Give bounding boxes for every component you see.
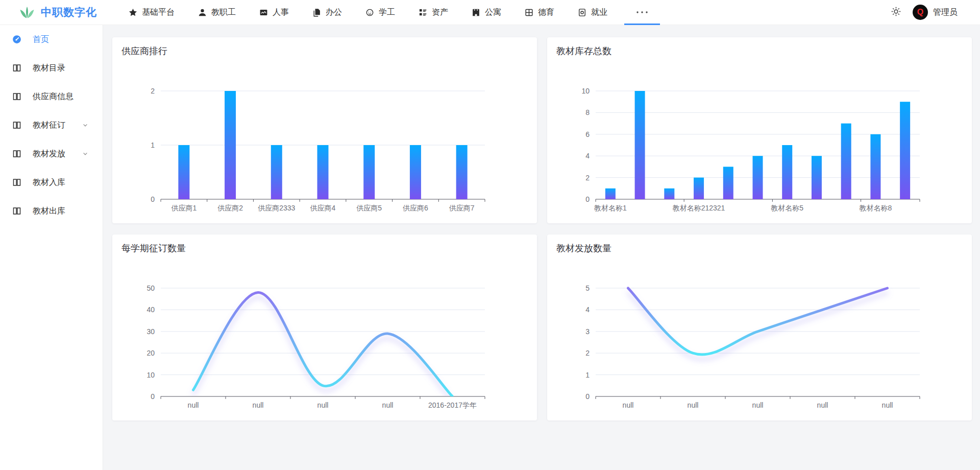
svg-text:0: 0 [151,195,155,203]
sidebar-item-label: 供应商信息 [33,91,74,102]
nav-item-student-affairs[interactable]: 学工 [354,0,407,25]
chart-title-semester-orders: 每学期征订数量 [121,242,186,254]
sidebar-item-label: 教材入库 [33,177,65,188]
sidebar-item-supplier-info[interactable]: 供应商信息 [0,82,103,111]
book-icon [12,121,21,130]
svg-text:2: 2 [585,174,590,182]
sidebar-item-label: 教材目录 [33,63,65,74]
book-icon [12,178,21,187]
book-icon [12,92,21,101]
nav-item-apartment[interactable]: 公寓 [460,0,513,25]
nav-item-label: 基础平台 [142,7,175,18]
nav-menu: 基础平台教职工人事办公学工资产公寓德育就业 [117,0,665,25]
chart-canvas-inventory-total: 0246810教材名称1教材名称212321教材名称5教材名称8 [547,37,972,223]
nav-item-label: 德育 [538,7,554,18]
svg-text:2: 2 [151,87,155,95]
chart-title-supplier-ranking: 供应商排行 [121,45,167,57]
nav-item-label: 就业 [591,7,607,18]
svg-text:40: 40 [146,306,155,314]
svg-text:供应商5: 供应商5 [356,204,382,212]
sidebar-item-textbook-outbound[interactable]: 教材出库 [0,197,103,225]
svg-text:供应商2: 供应商2 [217,204,243,212]
book-icon [12,63,21,73]
avatar-letter: Q [917,8,923,17]
top-nav: 中职数字化 基础平台教职工人事办公学工资产公寓德育就业 Q 管理员 [0,0,980,25]
svg-text:null: null [882,401,893,409]
card-distribution-qty: 教材发放数量 012345nullnullnullnullnull [547,234,972,420]
svg-text:null: null [188,401,199,409]
svg-text:20: 20 [146,349,155,357]
nav-item-label: 资产 [432,7,448,18]
nav-item-label: 学工 [379,7,395,18]
settings-button[interactable] [889,4,903,20]
svg-text:供应商1: 供应商1 [171,204,197,212]
svg-text:5: 5 [585,284,590,292]
nav-item-base-platform[interactable]: 基础平台 [117,0,186,25]
dashboard-icon [12,35,21,44]
chart-title-distribution-qty: 教材发放数量 [556,242,611,254]
svg-text:50: 50 [146,284,155,292]
svg-text:供应商4: 供应商4 [310,204,336,212]
nav-item-label: 公寓 [485,7,501,18]
card-supplier-ranking: 供应商排行 012供应商1供应商2供应商2333供应商4供应商5供应商6供应商7 [112,37,537,223]
svg-text:1: 1 [585,371,590,379]
svg-text:4: 4 [585,306,590,314]
svg-text:null: null [382,401,394,409]
nav-item-label: 教职工 [211,7,236,18]
copy-icon [312,8,321,17]
svg-text:3: 3 [585,327,590,336]
svg-text:6: 6 [585,130,590,138]
user-menu[interactable]: Q 管理员 [913,5,958,20]
svg-text:0: 0 [585,195,590,203]
svg-text:10: 10 [581,87,590,95]
svg-text:教材名称5: 教材名称5 [771,204,803,212]
svg-text:教材名称8: 教材名称8 [860,204,892,212]
svg-text:null: null [752,401,764,409]
chart-canvas-distribution-qty: 012345nullnullnullnullnull [547,234,972,420]
svg-text:2: 2 [585,349,590,357]
nav-item-more[interactable] [619,0,665,25]
nav-item-label: 人事 [273,7,289,18]
sidebar-item-textbook-inbound[interactable]: 教材入库 [0,168,103,197]
svg-text:0: 0 [151,392,155,401]
nav-item-employment[interactable]: 就业 [566,0,619,25]
face-icon [365,8,374,17]
nav-item-hr[interactable]: 人事 [248,0,301,25]
nav-item-label: 办公 [326,7,342,18]
sidebar-item-textbook-distribution[interactable]: 教材发放 [0,139,103,168]
more-icon [635,10,649,14]
svg-text:1: 1 [151,141,155,149]
main-content: 供应商排行 012供应商1供应商2供应商2333供应商4供应商5供应商6供应商7… [104,25,980,470]
brand[interactable]: 中职数字化 [19,5,106,19]
svg-text:null: null [817,401,828,409]
svg-text:8: 8 [585,108,590,116]
user-name: 管理员 [933,7,958,18]
nav-item-faculty[interactable]: 教职工 [186,0,248,25]
sidebar-item-label: 教材征订 [33,120,65,131]
svg-text:30: 30 [146,327,155,336]
nav-item-office[interactable]: 办公 [301,0,354,25]
svg-text:教材名称212321: 教材名称212321 [673,204,725,212]
chevron-down-icon [82,122,88,128]
sidebar-item-label: 教材发放 [33,149,65,159]
sidebar-item-home[interactable]: 首页 [0,25,103,54]
idcard-icon [259,8,268,17]
book-icon [12,206,21,216]
avatar: Q [913,5,928,20]
sidebar-item-textbook-subscription[interactable]: 教材征订 [0,111,103,139]
nav-item-moral-education[interactable]: 德育 [513,0,566,25]
sidebar-item-label: 教材出库 [33,206,65,217]
svg-text:0: 0 [585,392,590,401]
nav-right: Q 管理员 [889,4,958,20]
brand-title: 中职数字化 [41,5,97,19]
grid-icon [525,8,533,17]
sidebar-item-textbook-catalog[interactable]: 教材目录 [0,54,103,82]
svg-text:供应商6: 供应商6 [403,204,428,212]
gear-icon [891,6,901,18]
svg-text:null: null [253,401,264,409]
card-inventory-total: 教材库存总数 0246810教材名称1教材名称212321教材名称5教材名称8 [547,37,972,223]
doc-icon [578,8,586,17]
chart-canvas-supplier-ranking: 012供应商1供应商2供应商2333供应商4供应商5供应商6供应商7 [112,37,537,223]
nav-item-assets[interactable]: 资产 [407,0,460,25]
svg-text:null: null [688,401,699,409]
